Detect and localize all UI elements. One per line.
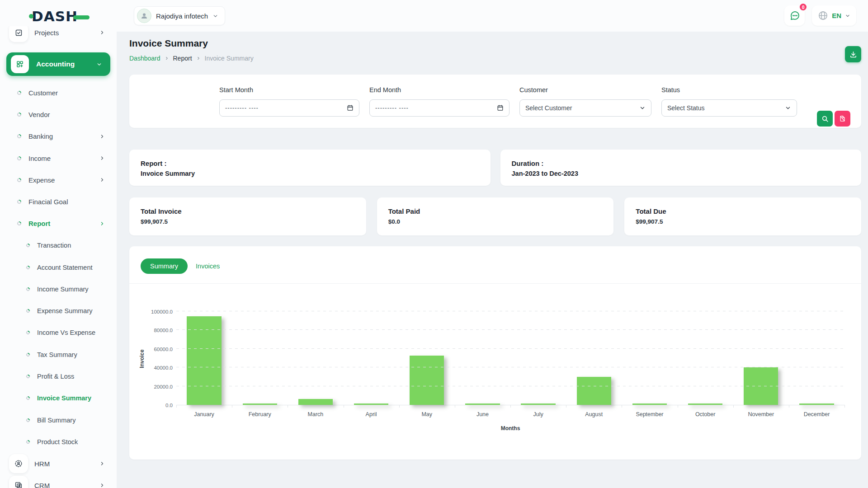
status-select[interactable]: Select Status	[661, 99, 797, 117]
sidebar-item-accounting[interactable]: Accounting	[6, 52, 110, 76]
start-month-input[interactable]: --------- ----	[219, 99, 359, 117]
total-card-total-paid: Total Paid$0.0	[377, 197, 614, 235]
bar-december[interactable]	[799, 404, 834, 405]
sidebar-item-crm[interactable]: CRM	[0, 474, 117, 488]
total-label: Total Paid	[388, 207, 603, 215]
sidebar-item-invoice-summary[interactable]: Invoice Summary	[0, 387, 117, 409]
filter-buttons	[817, 111, 850, 127]
bar-slot-april	[344, 312, 399, 405]
invoice-bar-chart: Invoice 0.020000.040000.060000.080000.01…	[129, 284, 861, 453]
sidebar-item-income[interactable]: Income	[0, 147, 117, 169]
x-tick-mark	[288, 405, 288, 408]
sidebar-header: DASH	[0, 0, 117, 26]
y-tick-label: 20000.0	[129, 384, 173, 389]
download-button[interactable]	[845, 46, 861, 62]
bullet-icon	[25, 439, 30, 444]
sidebar-item-account-statement[interactable]: Account Statement	[0, 256, 117, 278]
sidebar-item-transaction[interactable]: Transaction	[0, 235, 117, 256]
sidebar-item-label: HRM	[34, 460, 50, 468]
x-tick-mark	[678, 405, 678, 408]
sidebar-item-label: CRM	[34, 482, 50, 488]
language-code: EN	[832, 12, 841, 19]
sidebar-item-label: Income Vs Expense	[37, 329, 95, 336]
customer-label: Customer	[519, 86, 651, 94]
apply-filter-button[interactable]	[817, 111, 833, 127]
sidebar-item-label: Accounting	[36, 60, 75, 68]
customer-select[interactable]: Select Customer	[519, 99, 651, 117]
bullet-icon	[25, 352, 30, 357]
sidebar-item-income-summary[interactable]: Income Summary	[0, 278, 117, 300]
file-slash-icon	[839, 115, 846, 122]
sidebar-item-tax-summary[interactable]: Tax Summary	[0, 344, 117, 366]
messages-button[interactable]: 0	[784, 5, 805, 26]
bar-april[interactable]	[354, 404, 388, 405]
sidebar-item-label: Report	[28, 220, 50, 227]
bar-slot-december	[789, 312, 844, 405]
sidebar-item-profit-loss[interactable]: Profit & Loss	[0, 366, 117, 387]
chevron-down-icon	[96, 61, 102, 67]
y-tick-label: 0.0	[129, 403, 173, 408]
calendar-icon	[347, 104, 354, 111]
total-label: Total Due	[636, 207, 850, 215]
chevron-right-icon	[99, 30, 105, 35]
tab-summary[interactable]: Summary	[141, 258, 188, 274]
end-month-input[interactable]: --------- ----	[369, 99, 509, 117]
grid-plus-icon	[11, 55, 29, 73]
bar-march[interactable]	[298, 399, 333, 405]
x-axis-title: Months	[176, 425, 844, 432]
report-info-card: Report : Invoice Summary	[129, 150, 491, 186]
breadcrumb: DashboardReportInvoice Summary	[129, 55, 254, 62]
sidebar-item-label: Profit & Loss	[37, 373, 74, 380]
sidebar-item-finacial-goal[interactable]: Finacial Goal	[0, 191, 117, 212]
sidebar-item-product-stock[interactable]: Product Stock	[0, 431, 117, 453]
x-tick-label: June	[455, 411, 510, 418]
reset-filter-button[interactable]	[835, 111, 850, 127]
sidebar-item-income-vs-expense[interactable]: Income Vs Expense	[0, 322, 117, 343]
duration-info-label: Duration :	[512, 160, 850, 167]
breadcrumb-item-report[interactable]: Report	[173, 55, 192, 62]
topbar-actions: 0 EN	[784, 5, 856, 26]
bar-february[interactable]	[243, 404, 277, 405]
sidebar-item-vendor[interactable]: Vendor	[0, 103, 117, 125]
bar-june[interactable]	[465, 404, 500, 405]
bullet-icon	[16, 177, 22, 183]
workspace-switcher[interactable]: Rajodiya infotech	[134, 6, 225, 25]
sidebar-bottom-menu: HRMCRM	[0, 453, 117, 488]
y-tick-label: 40000.0	[129, 365, 173, 371]
x-tick-mark	[844, 405, 845, 408]
filter-card: Start Month --------- ---- End Month ---…	[129, 75, 861, 128]
sidebar-item-report[interactable]: Report	[0, 213, 117, 235]
chevron-down-icon	[785, 105, 791, 111]
bullet-icon	[16, 221, 22, 227]
status-label: Status	[661, 86, 797, 94]
breadcrumb-separator-icon	[196, 56, 201, 61]
tab-invoices[interactable]: Invoices	[196, 263, 220, 270]
bar-july[interactable]	[521, 404, 555, 405]
breadcrumb-item-invoice-summary: Invoice Summary	[205, 55, 254, 62]
sidebar-item-label: Income	[28, 155, 51, 162]
plot-area	[176, 312, 844, 405]
x-tick-label: November	[733, 411, 789, 418]
sidebar-item-hrm[interactable]: HRM	[0, 453, 117, 474]
report-info-value: Invoice Summary	[141, 170, 479, 177]
sidebar-item-expense[interactable]: Expense	[0, 169, 117, 191]
breadcrumb-item-dashboard[interactable]: Dashboard	[129, 55, 160, 62]
logo[interactable]: DASH	[29, 8, 90, 24]
x-tick-label: July	[510, 411, 566, 418]
bar-may[interactable]	[410, 356, 444, 405]
sidebar-item-customer[interactable]: Customer	[0, 82, 117, 103]
sidebar-item-banking[interactable]: Banking	[0, 126, 117, 147]
sidebar-item-bill-summary[interactable]: Bill Summary	[0, 409, 117, 431]
bar-october[interactable]	[688, 404, 722, 405]
chevron-right-icon	[99, 177, 105, 183]
accounting-submenu: CustomerVendorBankingIncomeExpenseFinaci…	[0, 76, 117, 453]
sidebar-item-expense-summary[interactable]: Expense Summary	[0, 300, 117, 322]
chart-tabs: SummaryInvoices	[129, 246, 861, 284]
gridline	[176, 348, 844, 349]
language-selector[interactable]: EN	[812, 5, 856, 26]
x-tick-label: January	[176, 411, 232, 418]
x-tick-label: October	[678, 411, 733, 418]
bar-august[interactable]	[577, 377, 611, 405]
x-tick-label: August	[566, 411, 622, 418]
bar-september[interactable]	[632, 404, 667, 405]
